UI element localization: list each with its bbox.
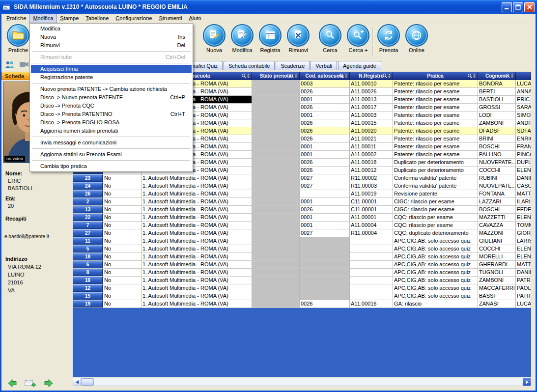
cell-stato-prenota[interactable] xyxy=(252,237,300,245)
row-number-badge[interactable]: 19 xyxy=(73,300,103,308)
cell-cognome[interactable]: BASSI xyxy=(478,292,516,300)
next-record-icon[interactable] xyxy=(44,379,54,388)
cell-autoscuola[interactable]: 1. Autosoft Multimedia - ROMA (VA) xyxy=(141,222,252,229)
cell-nome[interactable]: SARA xyxy=(516,104,531,112)
cell-pratica[interactable]: Duplicato per deterioramento xyxy=(393,159,478,167)
cell-cognome[interactable]: GROSSI xyxy=(478,104,516,112)
menubar-item-aiuto[interactable]: Aiuto xyxy=(185,14,204,23)
cell-cognome[interactable]: BONORA xyxy=(478,80,516,88)
menubar-item-stampe[interactable]: Stampe xyxy=(57,14,82,23)
cell-video[interactable]: No xyxy=(103,261,141,269)
cell-stato-prenota[interactable] xyxy=(252,277,300,284)
cell-n-registro[interactable]: A11.00001 xyxy=(350,214,393,222)
menubar-item-tabellone[interactable]: Tabellone xyxy=(82,14,112,23)
table-row[interactable]: 2No1. Autosoft Multimedia - ROMA (VA)000… xyxy=(73,198,531,206)
context-menu-item-disco-prenota-cqc[interactable]: Disco -> Prenota CQC xyxy=(31,102,192,110)
cell-n-registro[interactable]: A11.00017 xyxy=(350,104,393,112)
cell-autoscuola[interactable]: 1. Autosoft Multimedia - ROMA (VA) xyxy=(141,269,252,277)
cell-stato-prenota[interactable] xyxy=(252,182,300,190)
cell-video[interactable]: No xyxy=(103,174,141,182)
cell-cognome[interactable]: BRINI xyxy=(478,135,516,143)
cell-pratica[interactable]: Patente: rilascio per esame xyxy=(393,104,478,112)
table-row[interactable]: 8No1. Autosoft Multimedia - ROMA (VA)APC… xyxy=(73,269,531,277)
cell-cod-autoscuola[interactable] xyxy=(300,190,350,198)
cell-cognome[interactable]: DFADSF xyxy=(478,127,516,135)
cell-n-registro[interactable]: A11.00021 xyxy=(350,135,393,143)
cell-stato-prenota[interactable] xyxy=(252,159,300,167)
cell-n-registro[interactable] xyxy=(350,237,393,245)
cell-cod-autoscuola[interactable] xyxy=(300,237,350,245)
table-row[interactable]: 11No1. Autosoft Multimedia - ROMA (VA)AP… xyxy=(73,237,531,245)
cell-stato-prenota[interactable] xyxy=(252,190,300,198)
cell-cod-autoscuola[interactable]: 0001 xyxy=(300,214,350,222)
tab-scheda-contabile[interactable]: Scheda contabile xyxy=(224,61,275,70)
cell-cod-autoscuola[interactable]: 0027 xyxy=(300,174,350,182)
cell-nome[interactable]: ERIC xyxy=(516,96,531,104)
toolbar-button-modifica[interactable]: Modifica xyxy=(228,24,256,53)
column-header-nome[interactable] xyxy=(516,72,531,80)
cell-pratica[interactable]: Patente: rilascio per esame xyxy=(393,119,478,127)
tab-verbali[interactable]: Verbali xyxy=(311,61,337,70)
cell-cognome[interactable]: LODI xyxy=(478,112,516,119)
minimize-button[interactable] xyxy=(502,2,512,12)
cell-autoscuola[interactable]: 1. Autosoft Multimedia - ROMA (VA) xyxy=(141,190,252,198)
cell-cognome[interactable]: ZAMBONI xyxy=(478,119,516,127)
cell-pratica[interactable]: APC,CIG,AB: solo accesso quiz xyxy=(393,284,478,292)
cell-stato-prenota[interactable] xyxy=(252,127,300,135)
cell-pratica[interactable]: Conferma validita' patente xyxy=(393,174,478,182)
cell-stato-prenota[interactable] xyxy=(252,222,300,229)
cell-nome[interactable]: TOMMA xyxy=(516,222,531,229)
cell-cognome[interactable]: BOSCHI xyxy=(478,206,516,214)
filter-sort-icons[interactable] xyxy=(505,73,515,79)
cell-stato-prenota[interactable] xyxy=(252,206,300,214)
cell-autoscuola[interactable]: 1. Autosoft Multimedia - ROMA (VA) xyxy=(141,292,252,300)
row-number-badge[interactable]: 5 xyxy=(73,245,103,253)
column-header-pratica[interactable]: Pratica xyxy=(393,72,478,80)
context-menu-item-modifica[interactable]: Modifica xyxy=(31,25,192,33)
cell-nome[interactable]: ANNA xyxy=(516,88,531,96)
menubar-item-modifica[interactable]: Modifica xyxy=(29,14,57,23)
cell-n-registro[interactable]: A11.00015 xyxy=(350,119,393,127)
cell-pratica[interactable]: Patente: rilascio per esame xyxy=(393,80,478,88)
cell-stato-prenota[interactable] xyxy=(252,80,300,88)
cell-autoscuola[interactable]: 1. Autosoft Multimedia - ROMA (VA) xyxy=(141,300,252,308)
cell-n-registro[interactable]: A11.00019 xyxy=(350,190,393,198)
email-value[interactable]: e.bastioli@patente.it xyxy=(4,234,49,239)
cell-autoscuola[interactable]: 1. Autosoft Multimedia - ROMA (VA) xyxy=(141,229,252,237)
cell-cod-autoscuola[interactable]: 0026 xyxy=(300,167,350,174)
cell-nome[interactable]: DUPLIC xyxy=(516,159,531,167)
toolbar-button-registra[interactable]: Registra xyxy=(256,24,284,53)
cell-video[interactable]: No xyxy=(103,206,141,214)
cell-nome[interactable]: FEDER xyxy=(516,206,531,214)
cell-nome[interactable]: MATTIA xyxy=(516,261,531,269)
cell-stato-prenota[interactable] xyxy=(252,112,300,119)
filter-sort-icons[interactable] xyxy=(289,73,299,79)
context-menu-item-nuovo-prenota-patente-cambia-azione-rich[interactable]: Nuovo prenota PATENTE -> Cambia azione r… xyxy=(31,85,192,93)
horizontal-scrollbar[interactable] xyxy=(73,378,531,386)
cell-cod-autoscuola[interactable]: 0026 xyxy=(300,88,350,96)
table-row[interactable]: 18No1. Autosoft Multimedia - ROMA (VA)AP… xyxy=(73,253,531,261)
cell-nome[interactable]: FRANC xyxy=(516,143,531,151)
cell-video[interactable]: No xyxy=(103,237,141,245)
cell-cognome[interactable]: NUOVEPATE... xyxy=(478,182,516,190)
cell-autoscuola[interactable]: 1. Autosoft Multimedia - ROMA (VA) xyxy=(141,237,252,245)
cell-nome[interactable]: PINCO xyxy=(516,151,531,159)
cell-n-registro[interactable]: A11.00016 xyxy=(350,300,393,308)
cell-autoscuola[interactable]: 1. Autosoft Multimedia - ROMA (VA) xyxy=(141,261,252,269)
cell-n-registro[interactable] xyxy=(350,253,393,261)
table-row[interactable]: 15No1. Autosoft Multimedia - ROMA (VA)AP… xyxy=(73,292,531,300)
context-menu-item-acquisisci-firma[interactable]: Acquisisci firma xyxy=(31,65,192,73)
cell-cod-autoscuola[interactable]: 0026 xyxy=(300,119,350,127)
row-number-badge[interactable]: 13 xyxy=(73,206,103,214)
cell-nome[interactable]: ILARIO xyxy=(516,198,531,206)
cell-cod-autoscuola[interactable]: 0026 xyxy=(300,159,350,167)
cell-video[interactable]: No xyxy=(103,300,141,308)
cell-cod-autoscuola[interactable]: 0001 xyxy=(300,96,350,104)
cell-cognome[interactable]: BASTIOLI xyxy=(478,96,516,104)
cell-n-registro[interactable]: A11.00018 xyxy=(350,159,393,167)
cell-pratica[interactable]: APC,CIG,AB: solo accesso quiz xyxy=(393,261,478,269)
row-number-badge[interactable]: 6 xyxy=(73,261,103,269)
cell-nome[interactable]: SDFAS xyxy=(516,127,531,135)
cell-cognome[interactable]: CAVAZZA xyxy=(478,222,516,229)
toolbar-button-cerca[interactable]: Cerca + xyxy=(344,24,372,53)
